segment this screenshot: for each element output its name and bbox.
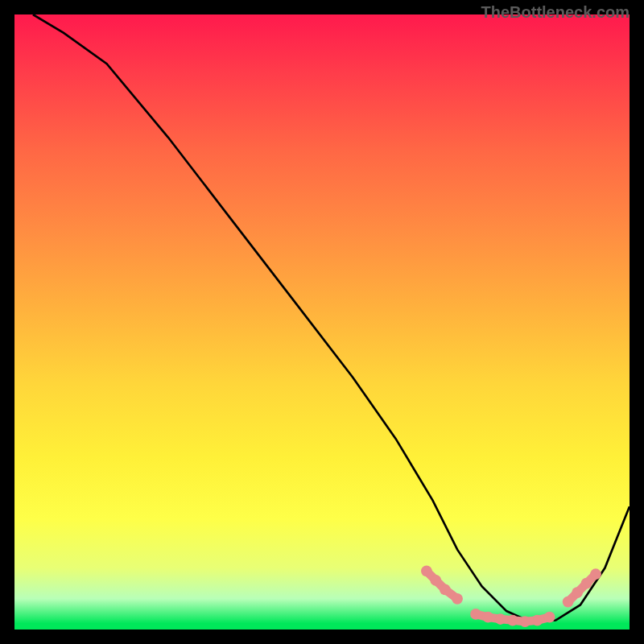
highlight-point: [452, 593, 463, 605]
bottleneck-curve: [33, 14, 630, 622]
highlight-point: [590, 568, 601, 580]
highlight-points-group: [421, 566, 601, 627]
watermark-text: TheBottleneck.com: [481, 3, 630, 22]
chart-plot-area: [14, 14, 630, 630]
highlight-point: [544, 612, 555, 623]
chart-svg: [14, 14, 630, 630]
